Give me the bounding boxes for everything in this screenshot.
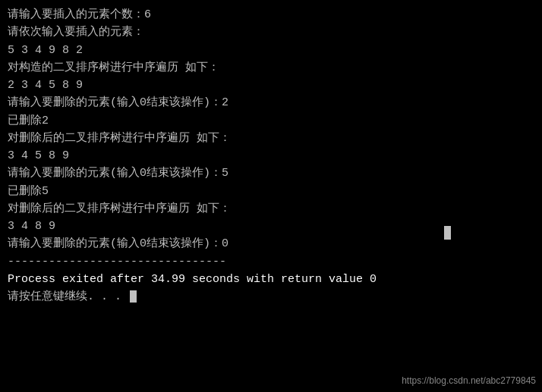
terminal-line-7: 请输入要删除的元素(输入0结束该操作)：2 (8, 94, 534, 111)
terminal-cursor (130, 290, 137, 303)
terminal-line-14: 对删除后的二叉排序树进行中序遍历 如下： (8, 200, 534, 218)
terminal-line-5: 2 3 4 5 8 9 (8, 77, 534, 94)
terminal-line-4: 对构造的二叉排序树进行中序遍历 如下： (8, 59, 534, 77)
terminal-line-15: 3 4 8 9 (8, 218, 534, 235)
terminal-line-1: 请输入要插入的元素个数：6 (8, 6, 534, 24)
watermark: https://blog.csdn.net/abc2779845 (402, 375, 536, 386)
terminal-line-2: 请依次输入要插入的元素： (8, 24, 534, 41)
terminal-line-19: -------------------------------- (8, 253, 534, 271)
terminal-line-17: 请输入要删除的元素(输入0结束该操作)：0 (8, 235, 534, 252)
terminal-window: 请输入要插入的元素个数：6请依次输入要插入的元素：5 3 4 9 8 2对构造的… (0, 0, 542, 392)
terminal-line-13: 已删除5 (8, 183, 534, 200)
terminal-line-8: 已删除2 (8, 112, 534, 130)
terminal-line-20: Process exited after 34.99 seconds with … (8, 271, 534, 288)
terminal-line-3: 5 3 4 9 8 2 (8, 42, 534, 59)
terminal-line-9: 对删除后的二叉排序树进行中序遍历 如下： (8, 130, 534, 147)
terminal-line-12: 请输入要删除的元素(输入0结束该操作)：5 (8, 165, 534, 182)
terminal-line-21: 请按任意键继续. . . (8, 288, 534, 306)
terminal-line-10: 3 4 5 8 9 (8, 147, 534, 165)
inline-cursor (444, 226, 451, 240)
